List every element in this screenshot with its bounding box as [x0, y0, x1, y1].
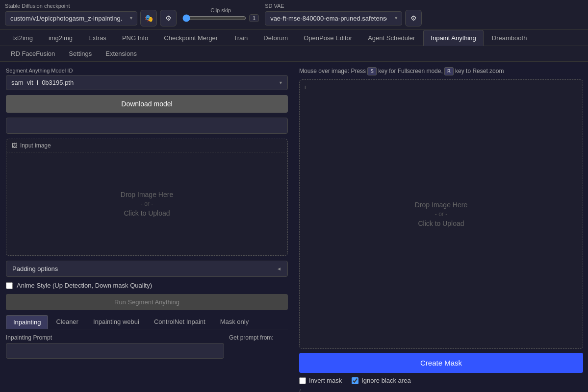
main-layout: Segment Anything Model ID sam_vit_l_0b31… [0, 62, 588, 392]
tab-img2img[interactable]: img2img [41, 30, 80, 46]
checkpoint-label: Stable Diffusion checkpoint [5, 3, 177, 9]
run-segment-button[interactable]: Run Segment Anything [6, 294, 288, 310]
checkpoint-select-wrapper: custom/v1/epicphotogasm_z-inpainting.saf… [5, 11, 137, 25]
hint-text-mid: key for Fullscreen mode, [378, 68, 444, 74]
ignore-black-item: Ignore black area [352, 377, 410, 384]
vae-select-wrapper: vae-ft-mse-840000-ema-pruned.safetensors [265, 11, 402, 25]
left-panel: Segment Anything Model ID sam_vit_l_0b31… [0, 62, 294, 392]
input-image-header: 🖼 Input image [6, 139, 287, 152]
checkpoint-icon-btn-1[interactable]: 🎭 [140, 10, 157, 26]
padding-options-collapsible[interactable]: Padding options ◄ [6, 261, 288, 277]
s-key: S [367, 67, 377, 75]
tab-checkpoint-merger[interactable]: Checkpoint Merger [156, 30, 225, 46]
clip-slider-row: 1 [182, 14, 259, 22]
tab-extras[interactable]: Extras [81, 30, 114, 46]
invert-mask-label: Invert mask [309, 377, 342, 384]
checkpoint-icon-btn-2[interactable]: ⚙ [160, 10, 177, 26]
get-prompt-col: Get prompt from: [229, 334, 288, 343]
nav-tabs-row1: txt2img img2img Extras PNG Info Checkpoi… [0, 30, 588, 46]
ignore-black-checkbox[interactable] [352, 377, 358, 384]
vae-select[interactable]: vae-ft-mse-840000-ema-pruned.safetensors [265, 11, 402, 25]
tab-png-info[interactable]: PNG Info [115, 30, 155, 46]
prompt-input[interactable] [6, 343, 224, 359]
segment-label: Segment Anything Model ID [6, 68, 288, 74]
tab-extensions[interactable]: Extensions [100, 48, 143, 59]
tab-mask-only[interactable]: Mask only [213, 315, 256, 329]
segment-model-select-wrapper: sam_vit_l_0b3195.pth [6, 75, 288, 90]
hint-text-end: key to Reset zoom [455, 68, 504, 74]
drop-text: Drop Image Here [121, 191, 173, 198]
right-panel: Mouse over image: Press S key for Fullsc… [294, 62, 588, 392]
prompt-col: Inpainting Prompt [6, 334, 224, 359]
tab-inpainting[interactable]: Inpainting [6, 315, 48, 329]
tab-controlnet-inpaint[interactable]: ControlNet Inpaint [147, 315, 212, 329]
bottom-tabs: Inpainting Cleaner Inpainting webui Cont… [6, 315, 288, 329]
prompt-section: Inpainting Prompt Get prompt from: [6, 334, 288, 359]
model-text-input[interactable] [6, 118, 288, 134]
r-key: R [444, 67, 454, 75]
right-drop-or: - or - [435, 211, 447, 218]
input-image-label: Input image [20, 142, 51, 149]
prompt-label: Inpainting Prompt [6, 334, 224, 341]
anime-label: Anime Style (Up Detection, Down mask Qua… [17, 282, 152, 289]
tab-inpaint-anything[interactable]: Inpaint Anything [423, 30, 484, 46]
vae-section: SD VAE vae-ft-mse-840000-ema-pruned.safe… [265, 3, 422, 26]
anime-checkbox-row: Anime Style (Up Detection, Down mask Qua… [6, 282, 288, 289]
right-drop-click: Click to Upload [418, 220, 464, 227]
create-mask-button[interactable]: Create Mask [299, 353, 583, 373]
clip-skip-section: Clip skip 1 [182, 7, 259, 22]
anime-checkbox[interactable] [6, 282, 13, 289]
tab-agent-scheduler[interactable]: Agent Scheduler [360, 30, 422, 46]
mask-options-row: Invert mask Ignore black area [299, 377, 583, 384]
checkpoint-select[interactable]: custom/v1/epicphotogasm_z-inpainting.saf… [5, 11, 137, 25]
tab-txt2img[interactable]: txt2img [5, 30, 40, 46]
tab-dreambooth[interactable]: Dreambooth [485, 30, 535, 46]
invert-mask-checkbox[interactable] [299, 377, 306, 384]
hint-row: Mouse over image: Press S key for Fullsc… [299, 67, 583, 75]
checkpoint-section: Stable Diffusion checkpoint custom/v1/ep… [5, 3, 177, 26]
drop-click: Click to Upload [124, 209, 170, 217]
nav-tabs-row2: RD FaceFusion Settings Extensions [0, 46, 588, 62]
vae-icon-btn[interactable]: ⚙ [405, 10, 422, 26]
top-bar: Stable Diffusion checkpoint custom/v1/ep… [0, 0, 588, 30]
download-model-button[interactable]: Download model [6, 95, 288, 113]
hint-text-before: Mouse over image: Press [299, 68, 367, 74]
clip-skip-slider[interactable] [182, 14, 246, 22]
collapse-arrow-icon: ◄ [277, 266, 281, 271]
tab-train[interactable]: Train [226, 30, 255, 46]
tab-inpainting-webui[interactable]: Inpainting webui [86, 315, 146, 329]
invert-mask-item: Invert mask [299, 377, 342, 384]
image-icon: 🖼 [11, 142, 17, 149]
padding-options-label: Padding options [12, 265, 58, 272]
get-prompt-label: Get prompt from: [229, 334, 288, 341]
right-image-dropzone[interactable]: i Drop Image Here - or - Click to Upload [299, 79, 583, 349]
tab-openpose[interactable]: OpenPose Editor [296, 30, 359, 46]
vae-label: SD VAE [265, 3, 422, 9]
segment-model-select[interactable]: sam_vit_l_0b3195.pth [6, 75, 288, 90]
input-image-dropzone-container: 🖼 Input image Drop Image Here - or - Cli… [6, 139, 288, 256]
segment-model-field: Segment Anything Model ID sam_vit_l_0b31… [6, 68, 288, 90]
input-image-dropzone[interactable]: Drop Image Here - or - Click to Upload [6, 152, 287, 255]
tab-settings[interactable]: Settings [63, 48, 98, 59]
right-corner-label: i [305, 84, 306, 91]
clip-skip-label: Clip skip [210, 7, 231, 13]
ignore-black-label: Ignore black area [361, 377, 410, 384]
clip-skip-value: 1 [249, 14, 259, 22]
tab-rd-facefusion[interactable]: RD FaceFusion [5, 48, 61, 59]
drop-or: - or - [141, 200, 153, 207]
right-drop-text: Drop Image Here [415, 201, 467, 209]
bottom-label: i [299, 388, 583, 392]
tab-cleaner[interactable]: Cleaner [49, 315, 85, 329]
tab-deforum[interactable]: Deforum [256, 30, 295, 46]
